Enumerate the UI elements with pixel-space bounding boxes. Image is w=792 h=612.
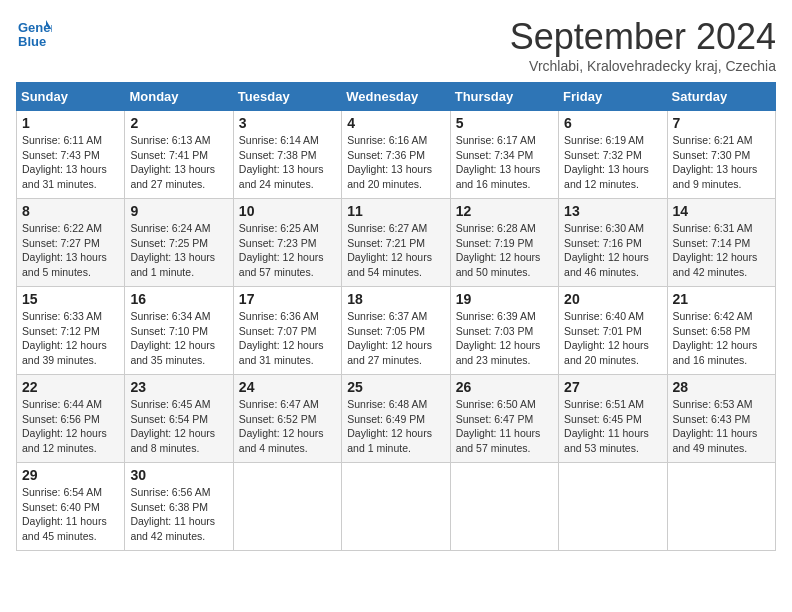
calendar-day-cell: 12Sunrise: 6:28 AMSunset: 7:19 PMDayligh… — [450, 199, 558, 287]
calendar-day-cell: 15Sunrise: 6:33 AMSunset: 7:12 PMDayligh… — [17, 287, 125, 375]
calendar-day-cell: 6Sunrise: 6:19 AMSunset: 7:32 PMDaylight… — [559, 111, 667, 199]
calendar-day-cell: 25Sunrise: 6:48 AMSunset: 6:49 PMDayligh… — [342, 375, 450, 463]
day-info: Sunrise: 6:40 AMSunset: 7:01 PMDaylight:… — [564, 309, 661, 368]
day-info: Sunrise: 6:25 AMSunset: 7:23 PMDaylight:… — [239, 221, 336, 280]
day-number: 13 — [564, 203, 661, 219]
day-info: Sunrise: 6:48 AMSunset: 6:49 PMDaylight:… — [347, 397, 444, 456]
calendar-day-cell: 13Sunrise: 6:30 AMSunset: 7:16 PMDayligh… — [559, 199, 667, 287]
day-number: 4 — [347, 115, 444, 131]
month-title: September 2024 — [510, 16, 776, 58]
day-info: Sunrise: 6:19 AMSunset: 7:32 PMDaylight:… — [564, 133, 661, 192]
calendar-week-row: 8Sunrise: 6:22 AMSunset: 7:27 PMDaylight… — [17, 199, 776, 287]
calendar-day-cell: 3Sunrise: 6:14 AMSunset: 7:38 PMDaylight… — [233, 111, 341, 199]
day-info: Sunrise: 6:34 AMSunset: 7:10 PMDaylight:… — [130, 309, 227, 368]
day-number: 11 — [347, 203, 444, 219]
day-info: Sunrise: 6:14 AMSunset: 7:38 PMDaylight:… — [239, 133, 336, 192]
calendar-day-cell: 8Sunrise: 6:22 AMSunset: 7:27 PMDaylight… — [17, 199, 125, 287]
calendar-day-cell — [450, 463, 558, 551]
calendar-day-cell: 24Sunrise: 6:47 AMSunset: 6:52 PMDayligh… — [233, 375, 341, 463]
day-info: Sunrise: 6:47 AMSunset: 6:52 PMDaylight:… — [239, 397, 336, 456]
day-number: 14 — [673, 203, 770, 219]
page-header: General Blue September 2024 Vrchlabi, Kr… — [16, 16, 776, 74]
day-number: 22 — [22, 379, 119, 395]
calendar-day-cell — [342, 463, 450, 551]
calendar-week-row: 29Sunrise: 6:54 AMSunset: 6:40 PMDayligh… — [17, 463, 776, 551]
calendar-week-row: 1Sunrise: 6:11 AMSunset: 7:43 PMDaylight… — [17, 111, 776, 199]
day-number: 10 — [239, 203, 336, 219]
day-info: Sunrise: 6:56 AMSunset: 6:38 PMDaylight:… — [130, 485, 227, 544]
calendar-day-cell: 7Sunrise: 6:21 AMSunset: 7:30 PMDaylight… — [667, 111, 775, 199]
title-block: September 2024 Vrchlabi, Kralovehradecky… — [510, 16, 776, 74]
day-info: Sunrise: 6:51 AMSunset: 6:45 PMDaylight:… — [564, 397, 661, 456]
day-info: Sunrise: 6:33 AMSunset: 7:12 PMDaylight:… — [22, 309, 119, 368]
day-number: 25 — [347, 379, 444, 395]
day-number: 29 — [22, 467, 119, 483]
day-info: Sunrise: 6:53 AMSunset: 6:43 PMDaylight:… — [673, 397, 770, 456]
day-number: 20 — [564, 291, 661, 307]
day-number: 21 — [673, 291, 770, 307]
day-info: Sunrise: 6:17 AMSunset: 7:34 PMDaylight:… — [456, 133, 553, 192]
calendar-day-cell: 14Sunrise: 6:31 AMSunset: 7:14 PMDayligh… — [667, 199, 775, 287]
day-number: 24 — [239, 379, 336, 395]
day-info: Sunrise: 6:22 AMSunset: 7:27 PMDaylight:… — [22, 221, 119, 280]
day-number: 5 — [456, 115, 553, 131]
col-header-monday: Monday — [125, 83, 233, 111]
calendar-day-cell: 4Sunrise: 6:16 AMSunset: 7:36 PMDaylight… — [342, 111, 450, 199]
day-number: 18 — [347, 291, 444, 307]
col-header-saturday: Saturday — [667, 83, 775, 111]
day-info: Sunrise: 6:28 AMSunset: 7:19 PMDaylight:… — [456, 221, 553, 280]
day-number: 3 — [239, 115, 336, 131]
day-info: Sunrise: 6:54 AMSunset: 6:40 PMDaylight:… — [22, 485, 119, 544]
calendar-day-cell: 22Sunrise: 6:44 AMSunset: 6:56 PMDayligh… — [17, 375, 125, 463]
day-info: Sunrise: 6:16 AMSunset: 7:36 PMDaylight:… — [347, 133, 444, 192]
calendar-week-row: 15Sunrise: 6:33 AMSunset: 7:12 PMDayligh… — [17, 287, 776, 375]
calendar-day-cell: 21Sunrise: 6:42 AMSunset: 6:58 PMDayligh… — [667, 287, 775, 375]
col-header-tuesday: Tuesday — [233, 83, 341, 111]
calendar-day-cell — [667, 463, 775, 551]
calendar-day-cell: 11Sunrise: 6:27 AMSunset: 7:21 PMDayligh… — [342, 199, 450, 287]
day-info: Sunrise: 6:50 AMSunset: 6:47 PMDaylight:… — [456, 397, 553, 456]
calendar-day-cell: 28Sunrise: 6:53 AMSunset: 6:43 PMDayligh… — [667, 375, 775, 463]
calendar-day-cell: 20Sunrise: 6:40 AMSunset: 7:01 PMDayligh… — [559, 287, 667, 375]
calendar-day-cell: 2Sunrise: 6:13 AMSunset: 7:41 PMDaylight… — [125, 111, 233, 199]
col-header-friday: Friday — [559, 83, 667, 111]
calendar-day-cell: 19Sunrise: 6:39 AMSunset: 7:03 PMDayligh… — [450, 287, 558, 375]
day-info: Sunrise: 6:37 AMSunset: 7:05 PMDaylight:… — [347, 309, 444, 368]
day-info: Sunrise: 6:24 AMSunset: 7:25 PMDaylight:… — [130, 221, 227, 280]
day-number: 1 — [22, 115, 119, 131]
calendar-day-cell — [233, 463, 341, 551]
day-number: 19 — [456, 291, 553, 307]
day-info: Sunrise: 6:45 AMSunset: 6:54 PMDaylight:… — [130, 397, 227, 456]
day-info: Sunrise: 6:11 AMSunset: 7:43 PMDaylight:… — [22, 133, 119, 192]
calendar-day-cell: 26Sunrise: 6:50 AMSunset: 6:47 PMDayligh… — [450, 375, 558, 463]
calendar-day-cell: 16Sunrise: 6:34 AMSunset: 7:10 PMDayligh… — [125, 287, 233, 375]
col-header-thursday: Thursday — [450, 83, 558, 111]
day-number: 26 — [456, 379, 553, 395]
logo-icon: General Blue — [16, 16, 52, 52]
day-number: 6 — [564, 115, 661, 131]
day-number: 16 — [130, 291, 227, 307]
day-info: Sunrise: 6:21 AMSunset: 7:30 PMDaylight:… — [673, 133, 770, 192]
day-info: Sunrise: 6:30 AMSunset: 7:16 PMDaylight:… — [564, 221, 661, 280]
day-number: 12 — [456, 203, 553, 219]
day-number: 17 — [239, 291, 336, 307]
calendar-header-row: SundayMondayTuesdayWednesdayThursdayFrid… — [17, 83, 776, 111]
col-header-sunday: Sunday — [17, 83, 125, 111]
col-header-wednesday: Wednesday — [342, 83, 450, 111]
calendar-day-cell: 5Sunrise: 6:17 AMSunset: 7:34 PMDaylight… — [450, 111, 558, 199]
calendar-day-cell: 27Sunrise: 6:51 AMSunset: 6:45 PMDayligh… — [559, 375, 667, 463]
calendar-day-cell: 30Sunrise: 6:56 AMSunset: 6:38 PMDayligh… — [125, 463, 233, 551]
day-info: Sunrise: 6:31 AMSunset: 7:14 PMDaylight:… — [673, 221, 770, 280]
day-number: 8 — [22, 203, 119, 219]
day-number: 7 — [673, 115, 770, 131]
calendar-day-cell: 17Sunrise: 6:36 AMSunset: 7:07 PMDayligh… — [233, 287, 341, 375]
calendar-day-cell: 18Sunrise: 6:37 AMSunset: 7:05 PMDayligh… — [342, 287, 450, 375]
day-number: 30 — [130, 467, 227, 483]
day-info: Sunrise: 6:42 AMSunset: 6:58 PMDaylight:… — [673, 309, 770, 368]
day-info: Sunrise: 6:39 AMSunset: 7:03 PMDaylight:… — [456, 309, 553, 368]
day-info: Sunrise: 6:13 AMSunset: 7:41 PMDaylight:… — [130, 133, 227, 192]
day-info: Sunrise: 6:44 AMSunset: 6:56 PMDaylight:… — [22, 397, 119, 456]
calendar-table: SundayMondayTuesdayWednesdayThursdayFrid… — [16, 82, 776, 551]
location-subtitle: Vrchlabi, Kralovehradecky kraj, Czechia — [510, 58, 776, 74]
calendar-day-cell: 29Sunrise: 6:54 AMSunset: 6:40 PMDayligh… — [17, 463, 125, 551]
